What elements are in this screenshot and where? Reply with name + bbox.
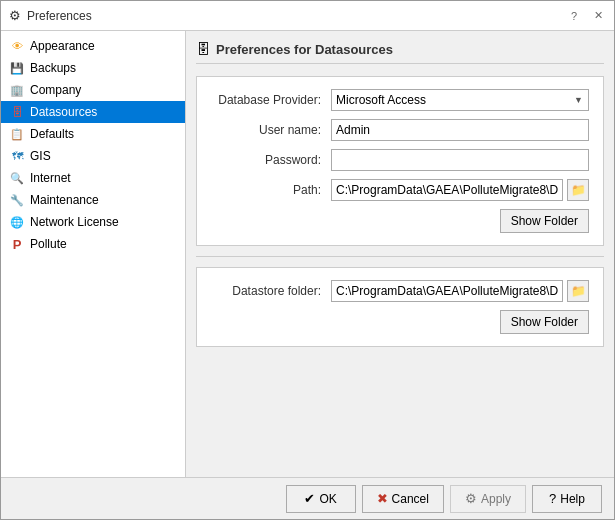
pollute-icon: P <box>9 236 25 252</box>
network-icon: 🌐 <box>9 214 25 230</box>
db-provider-control: Microsoft Access SQL Server Oracle ▼ <box>331 89 589 111</box>
apply-label: Apply <box>481 492 511 506</box>
content-area: 👁 Appearance 💾 Backups 🏢 Company 🗄 Datas… <box>1 31 614 477</box>
backups-icon: 💾 <box>9 60 25 76</box>
sidebar-label-internet: Internet <box>30 171 71 185</box>
datastore-control: 📁 <box>331 280 589 302</box>
sidebar-item-gis[interactable]: 🗺 GIS <box>1 145 185 167</box>
path-input-row: 📁 <box>331 179 589 201</box>
path-row: Path: 📁 <box>211 179 589 201</box>
datastore-show-folder-row: Show Folder <box>211 310 589 334</box>
password-input[interactable] <box>331 149 589 171</box>
sidebar-label-backups: Backups <box>30 61 76 75</box>
password-label: Password: <box>211 153 331 167</box>
datastore-section: Datastore folder: 📁 Show Folder <box>196 267 604 347</box>
sidebar-item-company[interactable]: 🏢 Company <box>1 79 185 101</box>
show-folder-row: Show Folder <box>211 209 589 233</box>
password-control <box>331 149 589 171</box>
help-button[interactable]: ? Help <box>532 485 602 513</box>
sidebar-label-appearance: Appearance <box>30 39 95 53</box>
sidebar-item-pollute[interactable]: P Pollute <box>1 233 185 255</box>
title-bar-controls: ? ✕ <box>566 8 606 24</box>
panel-header-icon: 🗄 <box>196 41 210 57</box>
sidebar-label-datasources: Datasources <box>30 105 97 119</box>
username-input[interactable] <box>331 119 589 141</box>
datastore-label: Datastore folder: <box>211 284 331 298</box>
internet-icon: 🔍 <box>9 170 25 186</box>
path-folder-browse-btn[interactable]: 📁 <box>567 179 589 201</box>
sidebar-label-pollute: Pollute <box>30 237 67 251</box>
sidebar-label-maintenance: Maintenance <box>30 193 99 207</box>
sidebar-item-internet[interactable]: 🔍 Internet <box>1 167 185 189</box>
gis-icon: 🗺 <box>9 148 25 164</box>
panel-title: Preferences for Datasources <box>216 42 393 57</box>
ok-icon: ✔ <box>304 491 315 506</box>
datastore-show-folder-button[interactable]: Show Folder <box>500 310 589 334</box>
ok-button[interactable]: ✔ OK <box>286 485 356 513</box>
db-provider-label: Database Provider: <box>211 93 331 107</box>
sidebar-item-network[interactable]: 🌐 Network License <box>1 211 185 233</box>
sidebar-item-defaults[interactable]: 📋 Defaults <box>1 123 185 145</box>
help-titlebar-btn[interactable]: ? <box>566 8 582 24</box>
apply-button[interactable]: ⚙ Apply <box>450 485 526 513</box>
footer: ✔ OK ✖ Cancel ⚙ Apply ? Help <box>1 477 614 519</box>
title-bar: ⚙ Preferences ? ✕ <box>1 1 614 31</box>
sidebar: 👁 Appearance 💾 Backups 🏢 Company 🗄 Datas… <box>1 31 186 477</box>
sidebar-item-maintenance[interactable]: 🔧 Maintenance <box>1 189 185 211</box>
path-input[interactable] <box>331 179 563 201</box>
main-section: Database Provider: Microsoft Access SQL … <box>196 76 604 246</box>
db-provider-select-wrapper: Microsoft Access SQL Server Oracle ▼ <box>331 89 589 111</box>
section-divider <box>196 256 604 257</box>
appearance-icon: 👁 <box>9 38 25 54</box>
close-titlebar-btn[interactable]: ✕ <box>590 8 606 24</box>
datastore-row: Datastore folder: 📁 <box>211 280 589 302</box>
preferences-window: ⚙ Preferences ? ✕ 👁 Appearance 💾 Backups… <box>0 0 615 520</box>
username-label: User name: <box>211 123 331 137</box>
path-control: 📁 <box>331 179 589 201</box>
panel-header: 🗄 Preferences for Datasources <box>196 41 604 64</box>
username-control <box>331 119 589 141</box>
datastore-input-row: 📁 <box>331 280 589 302</box>
cancel-button[interactable]: ✖ Cancel <box>362 485 444 513</box>
cancel-icon: ✖ <box>377 491 388 506</box>
datastore-input[interactable] <box>331 280 563 302</box>
sidebar-label-network: Network License <box>30 215 119 229</box>
sidebar-item-backups[interactable]: 💾 Backups <box>1 57 185 79</box>
datasources-icon: 🗄 <box>9 104 25 120</box>
sidebar-label-company: Company <box>30 83 81 97</box>
show-folder-button[interactable]: Show Folder <box>500 209 589 233</box>
sidebar-item-datasources[interactable]: 🗄 Datasources <box>1 101 185 123</box>
company-icon: 🏢 <box>9 82 25 98</box>
username-row: User name: <box>211 119 589 141</box>
main-panel: 🗄 Preferences for Datasources Database P… <box>186 31 614 477</box>
defaults-icon: 📋 <box>9 126 25 142</box>
sidebar-label-gis: GIS <box>30 149 51 163</box>
password-row: Password: <box>211 149 589 171</box>
ok-label: OK <box>319 492 336 506</box>
sidebar-item-appearance[interactable]: 👁 Appearance <box>1 35 185 57</box>
apply-icon: ⚙ <box>465 491 477 506</box>
db-provider-row: Database Provider: Microsoft Access SQL … <box>211 89 589 111</box>
maintenance-icon: 🔧 <box>9 192 25 208</box>
window-title: Preferences <box>27 9 92 23</box>
path-label: Path: <box>211 183 331 197</box>
window-icon: ⚙ <box>9 8 21 23</box>
title-bar-left: ⚙ Preferences <box>9 8 92 23</box>
cancel-label: Cancel <box>392 492 429 506</box>
sidebar-label-defaults: Defaults <box>30 127 74 141</box>
help-label: Help <box>560 492 585 506</box>
help-icon: ? <box>549 491 556 506</box>
datastore-folder-browse-btn[interactable]: 📁 <box>567 280 589 302</box>
db-provider-select[interactable]: Microsoft Access SQL Server Oracle <box>331 89 589 111</box>
